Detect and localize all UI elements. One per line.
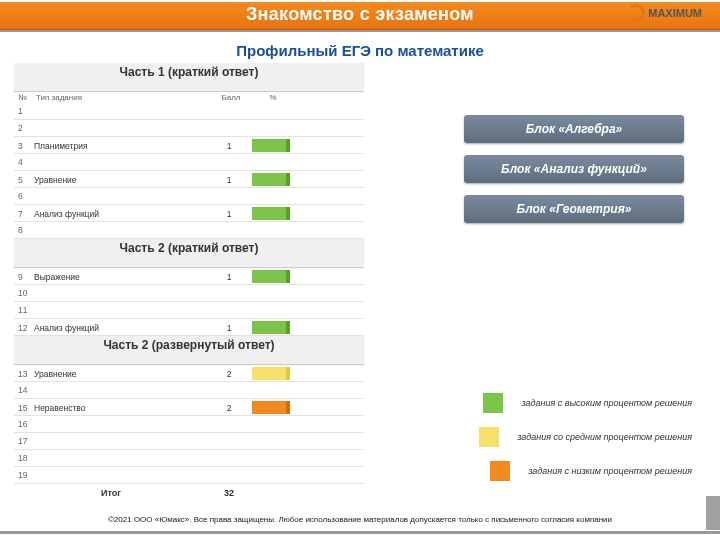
table-row: 16 [14, 416, 364, 433]
legend-item: задания со средним процентом решения [479, 427, 692, 447]
cell-ball: 2 [208, 403, 250, 413]
cell-pct [250, 109, 292, 113]
cell-pct [250, 205, 292, 222]
table-row: 4 [14, 154, 364, 171]
task-table: Часть 1 (краткий ответ)№Тип заданияБалл%… [14, 63, 364, 501]
legend-label: задания с низким процентом решения [528, 466, 692, 476]
block-button[interactable]: Блок «Алгебра» [464, 115, 684, 143]
cell-num: 16 [14, 419, 32, 429]
col-ball: Балл [210, 92, 252, 103]
table-row: 6 [14, 188, 364, 205]
cell-ball: 1 [208, 272, 250, 282]
cell-pct [250, 228, 292, 232]
block-button[interactable]: Блок «Геометрия» [464, 195, 684, 223]
cell-num: 1 [14, 106, 32, 116]
cell-pct [250, 365, 292, 382]
cell-pct [250, 268, 292, 285]
page-title: Знакомство с экзаменом [0, 4, 720, 25]
total-label: Итог [14, 488, 208, 498]
cell-pct [250, 194, 292, 198]
legend-swatch [483, 393, 503, 413]
cell-type: Выражение [32, 272, 208, 282]
legend-item: задания с низким процентом решения [490, 461, 692, 481]
cell-num: 6 [14, 191, 32, 201]
pct-chip [252, 367, 290, 380]
table-row: 7Анализ функций1 [14, 205, 364, 222]
total-value: 32 [208, 488, 250, 498]
legend-item: задания с высоким процентом решения [483, 393, 692, 413]
table-row: 5Уравнение1 [14, 171, 364, 188]
cell-ball: 1 [208, 323, 250, 333]
cell-ball: 1 [208, 141, 250, 151]
col-num: № [16, 92, 34, 103]
cell-num: 15 [14, 403, 32, 413]
cell-type: Неравенство [32, 403, 208, 413]
logo-text: MAXIMUM [648, 7, 702, 19]
table-row: 10 [14, 285, 364, 302]
section-header: Часть 2 (развернутый ответ) [14, 336, 364, 364]
cell-pct [250, 399, 292, 416]
pct-chip [252, 207, 290, 220]
cell-ball: 1 [208, 209, 250, 219]
cell-num: 17 [14, 436, 32, 446]
cell-ball: 1 [208, 175, 250, 185]
cell-pct [250, 439, 292, 443]
cell-pct [250, 126, 292, 130]
legend-swatch [490, 461, 510, 481]
cell-num: 7 [14, 209, 32, 219]
cell-num: 14 [14, 385, 32, 395]
legend-label: задания с высоким процентом решения [521, 398, 692, 408]
table-row: 17 [14, 433, 364, 450]
cell-type: Уравнение [32, 175, 208, 185]
pct-chip [252, 173, 290, 186]
footer-copyright: ©2021 ООО «Юмакс». Все права защищены. Л… [0, 515, 720, 524]
table-row: 14 [14, 382, 364, 399]
table-row: 1 [14, 103, 364, 120]
cell-num: 9 [14, 272, 32, 282]
footer-bar [0, 531, 720, 534]
pct-chip [252, 270, 290, 283]
cell-num: 19 [14, 470, 32, 480]
total-row: Итог32 [14, 484, 364, 501]
table-row: 19 [14, 467, 364, 484]
column-headers: №Тип заданияБалл% [14, 92, 364, 103]
cell-type: Анализ функций [32, 323, 208, 333]
cell-type: Планиметрия [32, 141, 208, 151]
cell-pct [250, 137, 292, 154]
legend-swatch [479, 427, 499, 447]
subtitle: Профильный ЕГЭ по математике [0, 42, 720, 59]
cell-type: Анализ функций [32, 209, 208, 219]
cell-pct [250, 422, 292, 426]
col-type: Тип задания [34, 92, 210, 103]
cell-num: 11 [14, 305, 32, 315]
cell-ball: 2 [208, 369, 250, 379]
cell-num: 10 [14, 288, 32, 298]
cell-pct [250, 171, 292, 188]
banner-shadow [0, 30, 720, 32]
cell-pct [250, 473, 292, 477]
table-row: 2 [14, 120, 364, 137]
table-row: 15Неравенство2 [14, 399, 364, 416]
table-row: 8 [14, 222, 364, 239]
table-row: 13Уравнение2 [14, 365, 364, 382]
col-pct: % [252, 92, 294, 103]
top-banner: Знакомство с экзаменом MAXIMUM [0, 0, 720, 34]
cell-pct [250, 456, 292, 460]
section-header: Часть 1 (краткий ответ) [14, 63, 364, 91]
table-row: 9Выражение1 [14, 268, 364, 285]
cell-pct [250, 319, 292, 336]
cell-num: 2 [14, 123, 32, 133]
cell-num: 4 [14, 157, 32, 167]
cell-num: 3 [14, 141, 32, 151]
section-header: Часть 2 (краткий ответ) [14, 239, 364, 267]
cell-num: 8 [14, 225, 32, 235]
table-row: 12Анализ функций1 [14, 319, 364, 336]
block-button[interactable]: Блок «Анализ функций» [464, 155, 684, 183]
cell-pct [250, 291, 292, 295]
pct-chip [252, 139, 290, 152]
cell-num: 12 [14, 323, 32, 333]
table-row: 11 [14, 302, 364, 319]
cell-pct [250, 160, 292, 164]
pct-chip [252, 321, 290, 334]
brand-logo: MAXIMUM [627, 4, 702, 22]
